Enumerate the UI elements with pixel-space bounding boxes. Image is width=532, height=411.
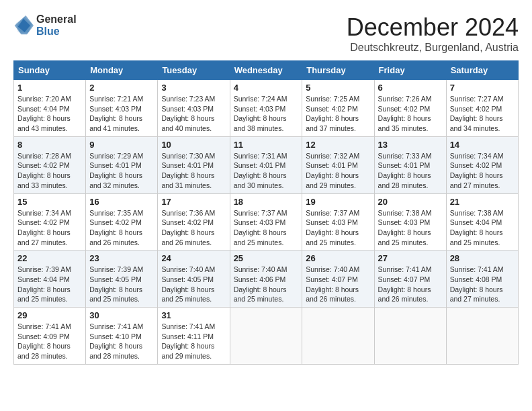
calendar-cell: 16Sunrise: 7:35 AMSunset: 4:02 PMDayligh… [86,193,158,250]
day-info: Sunrise: 7:38 AMSunset: 4:04 PMDaylight:… [450,208,515,248]
day-info: Sunrise: 7:27 AMSunset: 4:02 PMDaylight:… [450,94,515,134]
day-number: 21 [450,197,515,207]
calendar-cell: 2Sunrise: 7:21 AMSunset: 4:03 PMDaylight… [86,80,158,137]
day-number: 1 [17,83,82,93]
day-info: Sunrise: 7:34 AMSunset: 4:02 PMDaylight:… [450,151,515,191]
day-number: 22 [17,253,82,263]
logo-general: General [36,13,77,26]
day-number: 5 [306,83,370,93]
day-number: 31 [161,310,226,320]
day-info: Sunrise: 7:32 AMSunset: 4:01 PMDaylight:… [306,151,370,191]
calendar-cell: 21Sunrise: 7:38 AMSunset: 4:04 PMDayligh… [446,193,518,250]
day-number: 2 [89,83,154,93]
day-info: Sunrise: 7:41 AMSunset: 4:07 PMDaylight:… [378,265,443,304]
day-number: 3 [161,83,226,93]
day-info: Sunrise: 7:29 AMSunset: 4:01 PMDaylight:… [89,151,154,191]
day-info: Sunrise: 7:31 AMSunset: 4:01 PMDaylight:… [234,151,299,191]
day-info: Sunrise: 7:37 AMSunset: 4:03 PMDaylight:… [234,208,299,248]
day-number: 14 [450,140,515,150]
logo: General Blue [13,13,77,37]
calendar-table: SundayMondayTuesdayWednesdayThursdayFrid… [13,60,519,365]
day-number: 11 [234,140,299,150]
day-number: 27 [378,253,443,263]
day-header-monday: Monday [86,61,158,80]
day-number: 8 [17,140,82,150]
calendar-cell [230,308,302,365]
day-info: Sunrise: 7:40 AMSunset: 4:07 PMDaylight:… [306,265,370,304]
calendar-cell: 7Sunrise: 7:27 AMSunset: 4:02 PMDaylight… [446,80,518,137]
day-number: 29 [17,310,82,320]
day-number: 4 [234,83,299,93]
day-number: 17 [161,197,226,207]
day-info: Sunrise: 7:36 AMSunset: 4:02 PMDaylight:… [161,208,226,248]
day-info: Sunrise: 7:39 AMSunset: 4:05 PMDaylight:… [89,265,154,304]
day-info: Sunrise: 7:35 AMSunset: 4:02 PMDaylight:… [89,208,154,248]
day-info: Sunrise: 7:24 AMSunset: 4:03 PMDaylight:… [234,94,299,134]
calendar-cell: 8Sunrise: 7:28 AMSunset: 4:02 PMDaylight… [14,136,86,193]
logo-icon [13,15,34,36]
day-number: 10 [161,140,226,150]
day-number: 26 [306,253,370,263]
calendar-cell: 22Sunrise: 7:39 AMSunset: 4:04 PMDayligh… [14,250,86,308]
month-title: December 2024 [347,13,519,42]
day-info: Sunrise: 7:40 AMSunset: 4:06 PMDaylight:… [234,265,299,304]
calendar-cell: 26Sunrise: 7:40 AMSunset: 4:07 PMDayligh… [302,250,374,308]
day-info: Sunrise: 7:41 AMSunset: 4:10 PMDaylight:… [89,322,154,361]
day-number: 18 [234,197,299,207]
calendar-cell [302,308,374,365]
day-number: 19 [306,197,370,207]
calendar-cell: 13Sunrise: 7:33 AMSunset: 4:01 PMDayligh… [374,136,446,193]
calendar-cell: 27Sunrise: 7:41 AMSunset: 4:07 PMDayligh… [374,250,446,308]
logo-text: General Blue [36,13,77,37]
day-header-wednesday: Wednesday [230,61,302,80]
day-info: Sunrise: 7:38 AMSunset: 4:03 PMDaylight:… [378,208,443,248]
page-header: General Blue December 2024 Deutschkreutz… [13,13,519,54]
day-info: Sunrise: 7:40 AMSunset: 4:05 PMDaylight:… [161,265,226,304]
day-info: Sunrise: 7:26 AMSunset: 4:02 PMDaylight:… [378,94,443,134]
calendar-cell: 6Sunrise: 7:26 AMSunset: 4:02 PMDaylight… [374,80,446,137]
day-info: Sunrise: 7:41 AMSunset: 4:09 PMDaylight:… [17,322,82,361]
day-info: Sunrise: 7:30 AMSunset: 4:01 PMDaylight:… [161,151,226,191]
calendar-cell: 23Sunrise: 7:39 AMSunset: 4:05 PMDayligh… [86,250,158,308]
calendar-cell: 17Sunrise: 7:36 AMSunset: 4:02 PMDayligh… [158,193,230,250]
calendar-cell [374,308,446,365]
calendar-cell: 11Sunrise: 7:31 AMSunset: 4:01 PMDayligh… [230,136,302,193]
day-number: 15 [17,197,82,207]
day-info: Sunrise: 7:25 AMSunset: 4:02 PMDaylight:… [306,94,370,134]
day-info: Sunrise: 7:41 AMSunset: 4:08 PMDaylight:… [450,265,515,304]
day-info: Sunrise: 7:37 AMSunset: 4:03 PMDaylight:… [306,208,370,248]
calendar-cell: 10Sunrise: 7:30 AMSunset: 4:01 PMDayligh… [158,136,230,193]
calendar-cell: 18Sunrise: 7:37 AMSunset: 4:03 PMDayligh… [230,193,302,250]
calendar-cell: 25Sunrise: 7:40 AMSunset: 4:06 PMDayligh… [230,250,302,308]
calendar-cell: 30Sunrise: 7:41 AMSunset: 4:10 PMDayligh… [86,308,158,365]
day-number: 9 [89,140,154,150]
day-info: Sunrise: 7:20 AMSunset: 4:04 PMDaylight:… [17,94,82,134]
day-info: Sunrise: 7:34 AMSunset: 4:02 PMDaylight:… [17,208,82,248]
day-header-saturday: Saturday [446,61,518,80]
day-header-tuesday: Tuesday [158,61,230,80]
calendar-cell: 29Sunrise: 7:41 AMSunset: 4:09 PMDayligh… [14,308,86,365]
day-info: Sunrise: 7:39 AMSunset: 4:04 PMDaylight:… [17,265,82,304]
calendar-cell: 14Sunrise: 7:34 AMSunset: 4:02 PMDayligh… [446,136,518,193]
day-info: Sunrise: 7:41 AMSunset: 4:11 PMDaylight:… [161,322,226,361]
day-number: 6 [378,83,443,93]
day-number: 16 [89,197,154,207]
calendar-cell: 9Sunrise: 7:29 AMSunset: 4:01 PMDaylight… [86,136,158,193]
day-info: Sunrise: 7:28 AMSunset: 4:02 PMDaylight:… [17,151,82,191]
calendar-cell: 28Sunrise: 7:41 AMSunset: 4:08 PMDayligh… [446,250,518,308]
calendar-cell: 5Sunrise: 7:25 AMSunset: 4:02 PMDaylight… [302,80,374,137]
day-header-thursday: Thursday [302,61,374,80]
day-number: 13 [378,140,443,150]
day-number: 25 [234,253,299,263]
day-number: 20 [378,197,443,207]
title-block: December 2024 Deutschkreutz, Burgenland,… [347,13,519,54]
calendar-cell: 20Sunrise: 7:38 AMSunset: 4:03 PMDayligh… [374,193,446,250]
day-number: 30 [89,310,154,320]
day-number: 28 [450,253,515,263]
day-number: 24 [161,253,226,263]
day-header-friday: Friday [374,61,446,80]
logo-blue: Blue [36,26,77,38]
day-number: 23 [89,253,154,263]
calendar-cell: 1Sunrise: 7:20 AMSunset: 4:04 PMDaylight… [14,80,86,137]
calendar-cell: 15Sunrise: 7:34 AMSunset: 4:02 PMDayligh… [14,193,86,250]
